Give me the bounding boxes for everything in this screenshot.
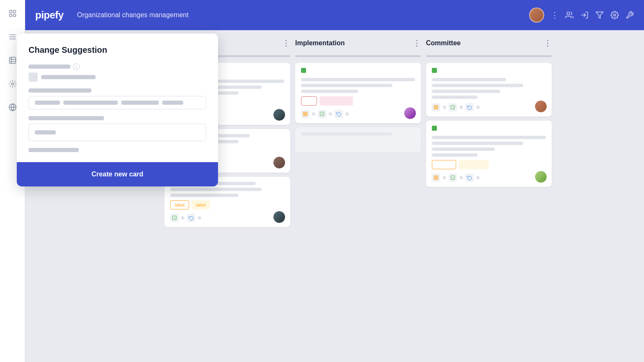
svg-rect-35 bbox=[451, 106, 455, 109]
svg-rect-29 bbox=[306, 114, 307, 116]
column-header-committee: Committee ⋮ bbox=[426, 37, 552, 51]
form-bottom-label bbox=[29, 148, 79, 152]
svg-rect-26 bbox=[304, 112, 305, 114]
card bbox=[295, 63, 421, 123]
form-image-bar bbox=[41, 75, 96, 79]
svg-rect-28 bbox=[304, 114, 305, 116]
form-input-3[interactable] bbox=[29, 124, 206, 141]
svg-rect-33 bbox=[434, 108, 436, 109]
card-line bbox=[432, 153, 478, 157]
column-menu-committee[interactable]: ⋮ bbox=[544, 39, 552, 48]
card-footer-icon bbox=[465, 173, 474, 182]
card-avatar bbox=[535, 101, 547, 112]
avatar-image bbox=[535, 101, 547, 112]
svg-rect-27 bbox=[306, 112, 307, 114]
users-icon[interactable] bbox=[565, 11, 574, 19]
svg-rect-1 bbox=[13, 10, 16, 13]
form-sublabel-3 bbox=[29, 116, 104, 120]
column-menu-approval[interactable]: ⋮ bbox=[282, 39, 290, 48]
svg-rect-25 bbox=[173, 216, 177, 220]
filter-icon[interactable] bbox=[595, 11, 604, 19]
card-footer bbox=[432, 103, 546, 111]
card-tag-green bbox=[432, 126, 437, 131]
more-menu-icon[interactable]: ⋮ bbox=[551, 10, 558, 20]
card bbox=[426, 121, 552, 187]
card-dot bbox=[198, 216, 201, 220]
card-tag-green bbox=[301, 68, 306, 73]
card-line bbox=[432, 147, 495, 151]
form-image-row bbox=[29, 72, 206, 82]
svg-rect-0 bbox=[9, 10, 12, 13]
avatar-image bbox=[535, 171, 547, 183]
card-avatar bbox=[273, 211, 285, 223]
input-dot bbox=[121, 101, 159, 105]
card-badge bbox=[459, 160, 489, 169]
card bbox=[426, 63, 552, 116]
card-dot bbox=[312, 112, 315, 116]
card-line bbox=[301, 78, 415, 81]
card-footer-icon bbox=[465, 103, 474, 111]
column-menu-implementation[interactable]: ⋮ bbox=[413, 39, 421, 48]
card-dot bbox=[443, 106, 446, 109]
avatar[interactable] bbox=[529, 8, 544, 23]
logo: pipefy bbox=[35, 9, 64, 21]
card-dot bbox=[476, 106, 480, 109]
login-icon[interactable] bbox=[580, 11, 589, 19]
input-dot bbox=[162, 101, 183, 105]
card-footer-icon bbox=[170, 214, 179, 222]
column-committee: Committee ⋮ bbox=[426, 37, 552, 355]
svg-point-17 bbox=[614, 14, 616, 16]
card-line bbox=[301, 132, 392, 136]
svg-point-11 bbox=[11, 83, 13, 85]
card-badge bbox=[432, 160, 456, 169]
avatar-image bbox=[404, 107, 416, 119]
card-avatar bbox=[404, 107, 416, 119]
tool-icon[interactable] bbox=[626, 11, 634, 19]
card-badge bbox=[301, 96, 317, 106]
card-footer-icon bbox=[301, 110, 309, 118]
card-footer-icon bbox=[335, 110, 343, 118]
card-tag-green bbox=[432, 68, 437, 73]
sidebar-icon-grid[interactable] bbox=[6, 7, 19, 20]
card-line bbox=[432, 90, 500, 93]
form-field-2 bbox=[29, 88, 206, 109]
svg-rect-7 bbox=[9, 57, 16, 64]
card-badge: label bbox=[192, 200, 210, 209]
create-card-button[interactable]: Create new card bbox=[91, 171, 143, 178]
svg-rect-34 bbox=[436, 108, 438, 109]
card-line bbox=[432, 142, 523, 145]
avatar-image bbox=[273, 211, 285, 223]
column-title-committee: Committee bbox=[426, 39, 540, 47]
info-icon[interactable]: i bbox=[73, 63, 80, 70]
svg-point-14 bbox=[567, 12, 570, 15]
column-bar-implementation bbox=[295, 55, 421, 57]
card-avatar bbox=[273, 157, 285, 168]
avatar-image bbox=[273, 157, 285, 168]
card-line bbox=[432, 96, 478, 99]
svg-rect-2 bbox=[9, 14, 12, 17]
form-sublabel-2 bbox=[29, 88, 91, 93]
form-field-1: i bbox=[29, 63, 206, 82]
card-footer-icon bbox=[187, 214, 195, 222]
card-badges: label label bbox=[170, 200, 284, 209]
svg-marker-16 bbox=[596, 12, 603, 18]
card-footer-icon bbox=[432, 173, 440, 182]
card-footer bbox=[432, 173, 546, 182]
modal-footer[interactable]: Create new card bbox=[17, 162, 218, 186]
card-line bbox=[432, 78, 506, 81]
card bbox=[295, 127, 421, 153]
svg-rect-30 bbox=[320, 112, 324, 116]
image-icon bbox=[29, 72, 38, 82]
column-title-implementation: Implementation bbox=[295, 39, 410, 47]
card-badge: label bbox=[170, 200, 189, 209]
card-line bbox=[432, 84, 523, 87]
settings-icon[interactable] bbox=[610, 11, 619, 19]
form-input-2[interactable] bbox=[29, 96, 206, 109]
modal-body: Change Suggestion i bbox=[17, 34, 218, 162]
card-dot bbox=[345, 112, 349, 116]
card-line bbox=[170, 194, 239, 197]
input-dot bbox=[35, 101, 60, 105]
form-label-1 bbox=[29, 65, 70, 69]
card-dot bbox=[443, 176, 446, 179]
svg-rect-3 bbox=[13, 14, 16, 17]
